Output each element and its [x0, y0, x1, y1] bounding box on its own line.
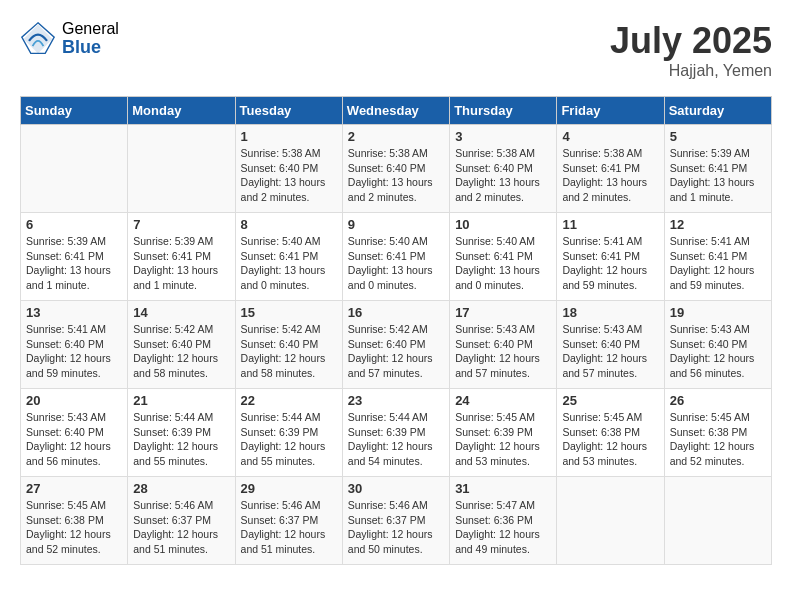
day-number: 2: [348, 129, 444, 144]
day-detail: Sunrise: 5:43 AMSunset: 6:40 PMDaylight:…: [455, 322, 551, 381]
day-number: 13: [26, 305, 122, 320]
calendar-cell: 11Sunrise: 5:41 AMSunset: 6:41 PMDayligh…: [557, 213, 664, 301]
calendar-cell: 1Sunrise: 5:38 AMSunset: 6:40 PMDaylight…: [235, 125, 342, 213]
calendar-cell: 9Sunrise: 5:40 AMSunset: 6:41 PMDaylight…: [342, 213, 449, 301]
day-detail: Sunrise: 5:47 AMSunset: 6:36 PMDaylight:…: [455, 498, 551, 557]
calendar-cell: 30Sunrise: 5:46 AMSunset: 6:37 PMDayligh…: [342, 477, 449, 565]
calendar-table: SundayMondayTuesdayWednesdayThursdayFrid…: [20, 96, 772, 565]
day-number: 21: [133, 393, 229, 408]
day-detail: Sunrise: 5:43 AMSunset: 6:40 PMDaylight:…: [26, 410, 122, 469]
week-row-1: 1Sunrise: 5:38 AMSunset: 6:40 PMDaylight…: [21, 125, 772, 213]
calendar-cell: 21Sunrise: 5:44 AMSunset: 6:39 PMDayligh…: [128, 389, 235, 477]
calendar-cell: 6Sunrise: 5:39 AMSunset: 6:41 PMDaylight…: [21, 213, 128, 301]
day-number: 1: [241, 129, 337, 144]
header-row: SundayMondayTuesdayWednesdayThursdayFrid…: [21, 97, 772, 125]
calendar-cell: 27Sunrise: 5:45 AMSunset: 6:38 PMDayligh…: [21, 477, 128, 565]
day-number: 26: [670, 393, 766, 408]
calendar-cell: 28Sunrise: 5:46 AMSunset: 6:37 PMDayligh…: [128, 477, 235, 565]
day-number: 6: [26, 217, 122, 232]
calendar-cell: [664, 477, 771, 565]
calendar-cell: 7Sunrise: 5:39 AMSunset: 6:41 PMDaylight…: [128, 213, 235, 301]
day-detail: Sunrise: 5:41 AMSunset: 6:41 PMDaylight:…: [670, 234, 766, 293]
calendar-cell: 4Sunrise: 5:38 AMSunset: 6:41 PMDaylight…: [557, 125, 664, 213]
day-number: 3: [455, 129, 551, 144]
day-detail: Sunrise: 5:41 AMSunset: 6:41 PMDaylight:…: [562, 234, 658, 293]
logo-general: General: [62, 20, 119, 38]
logo-icon: [20, 21, 56, 57]
day-number: 19: [670, 305, 766, 320]
calendar-cell: [557, 477, 664, 565]
day-detail: Sunrise: 5:45 AMSunset: 6:38 PMDaylight:…: [562, 410, 658, 469]
calendar-cell: 2Sunrise: 5:38 AMSunset: 6:40 PMDaylight…: [342, 125, 449, 213]
calendar-cell: 18Sunrise: 5:43 AMSunset: 6:40 PMDayligh…: [557, 301, 664, 389]
day-detail: Sunrise: 5:43 AMSunset: 6:40 PMDaylight:…: [670, 322, 766, 381]
page-header: General Blue July 2025 Hajjah, Yemen: [20, 20, 772, 80]
calendar-cell: 12Sunrise: 5:41 AMSunset: 6:41 PMDayligh…: [664, 213, 771, 301]
day-number: 23: [348, 393, 444, 408]
calendar-cell: 8Sunrise: 5:40 AMSunset: 6:41 PMDaylight…: [235, 213, 342, 301]
title-block: July 2025 Hajjah, Yemen: [610, 20, 772, 80]
day-detail: Sunrise: 5:39 AMSunset: 6:41 PMDaylight:…: [670, 146, 766, 205]
day-detail: Sunrise: 5:38 AMSunset: 6:40 PMDaylight:…: [241, 146, 337, 205]
day-detail: Sunrise: 5:38 AMSunset: 6:40 PMDaylight:…: [455, 146, 551, 205]
day-detail: Sunrise: 5:43 AMSunset: 6:40 PMDaylight:…: [562, 322, 658, 381]
calendar-cell: 17Sunrise: 5:43 AMSunset: 6:40 PMDayligh…: [450, 301, 557, 389]
calendar-cell: 29Sunrise: 5:46 AMSunset: 6:37 PMDayligh…: [235, 477, 342, 565]
calendar-cell: 5Sunrise: 5:39 AMSunset: 6:41 PMDaylight…: [664, 125, 771, 213]
calendar-header: SundayMondayTuesdayWednesdayThursdayFrid…: [21, 97, 772, 125]
calendar-cell: 23Sunrise: 5:44 AMSunset: 6:39 PMDayligh…: [342, 389, 449, 477]
day-number: 17: [455, 305, 551, 320]
day-detail: Sunrise: 5:46 AMSunset: 6:37 PMDaylight:…: [241, 498, 337, 557]
calendar-cell: 25Sunrise: 5:45 AMSunset: 6:38 PMDayligh…: [557, 389, 664, 477]
day-number: 24: [455, 393, 551, 408]
day-number: 4: [562, 129, 658, 144]
day-detail: Sunrise: 5:45 AMSunset: 6:39 PMDaylight:…: [455, 410, 551, 469]
day-number: 30: [348, 481, 444, 496]
day-number: 11: [562, 217, 658, 232]
day-detail: Sunrise: 5:41 AMSunset: 6:40 PMDaylight:…: [26, 322, 122, 381]
calendar-cell: 26Sunrise: 5:45 AMSunset: 6:38 PMDayligh…: [664, 389, 771, 477]
day-detail: Sunrise: 5:44 AMSunset: 6:39 PMDaylight:…: [133, 410, 229, 469]
calendar-cell: [128, 125, 235, 213]
week-row-2: 6Sunrise: 5:39 AMSunset: 6:41 PMDaylight…: [21, 213, 772, 301]
day-number: 12: [670, 217, 766, 232]
day-detail: Sunrise: 5:42 AMSunset: 6:40 PMDaylight:…: [241, 322, 337, 381]
calendar-cell: 13Sunrise: 5:41 AMSunset: 6:40 PMDayligh…: [21, 301, 128, 389]
week-row-5: 27Sunrise: 5:45 AMSunset: 6:38 PMDayligh…: [21, 477, 772, 565]
header-friday: Friday: [557, 97, 664, 125]
calendar-cell: 15Sunrise: 5:42 AMSunset: 6:40 PMDayligh…: [235, 301, 342, 389]
day-detail: Sunrise: 5:44 AMSunset: 6:39 PMDaylight:…: [241, 410, 337, 469]
day-detail: Sunrise: 5:46 AMSunset: 6:37 PMDaylight:…: [133, 498, 229, 557]
week-row-3: 13Sunrise: 5:41 AMSunset: 6:40 PMDayligh…: [21, 301, 772, 389]
calendar-cell: 24Sunrise: 5:45 AMSunset: 6:39 PMDayligh…: [450, 389, 557, 477]
day-number: 9: [348, 217, 444, 232]
header-sunday: Sunday: [21, 97, 128, 125]
week-row-4: 20Sunrise: 5:43 AMSunset: 6:40 PMDayligh…: [21, 389, 772, 477]
calendar-cell: 10Sunrise: 5:40 AMSunset: 6:41 PMDayligh…: [450, 213, 557, 301]
day-number: 15: [241, 305, 337, 320]
day-number: 7: [133, 217, 229, 232]
calendar-cell: 31Sunrise: 5:47 AMSunset: 6:36 PMDayligh…: [450, 477, 557, 565]
day-number: 20: [26, 393, 122, 408]
day-detail: Sunrise: 5:42 AMSunset: 6:40 PMDaylight:…: [133, 322, 229, 381]
day-detail: Sunrise: 5:46 AMSunset: 6:37 PMDaylight:…: [348, 498, 444, 557]
day-number: 18: [562, 305, 658, 320]
calendar-cell: 3Sunrise: 5:38 AMSunset: 6:40 PMDaylight…: [450, 125, 557, 213]
day-detail: Sunrise: 5:39 AMSunset: 6:41 PMDaylight:…: [133, 234, 229, 293]
logo-blue: Blue: [62, 38, 119, 58]
day-number: 28: [133, 481, 229, 496]
day-detail: Sunrise: 5:38 AMSunset: 6:40 PMDaylight:…: [348, 146, 444, 205]
day-number: 31: [455, 481, 551, 496]
calendar-cell: 19Sunrise: 5:43 AMSunset: 6:40 PMDayligh…: [664, 301, 771, 389]
header-saturday: Saturday: [664, 97, 771, 125]
day-detail: Sunrise: 5:40 AMSunset: 6:41 PMDaylight:…: [241, 234, 337, 293]
day-detail: Sunrise: 5:40 AMSunset: 6:41 PMDaylight:…: [455, 234, 551, 293]
header-thursday: Thursday: [450, 97, 557, 125]
day-number: 8: [241, 217, 337, 232]
calendar-cell: 14Sunrise: 5:42 AMSunset: 6:40 PMDayligh…: [128, 301, 235, 389]
calendar-cell: 22Sunrise: 5:44 AMSunset: 6:39 PMDayligh…: [235, 389, 342, 477]
day-number: 5: [670, 129, 766, 144]
header-wednesday: Wednesday: [342, 97, 449, 125]
header-tuesday: Tuesday: [235, 97, 342, 125]
day-detail: Sunrise: 5:44 AMSunset: 6:39 PMDaylight:…: [348, 410, 444, 469]
